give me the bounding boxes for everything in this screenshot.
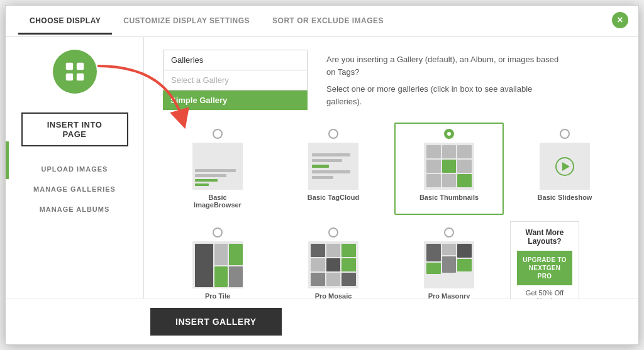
radio-protile <box>213 227 223 238</box>
tab-choose-display[interactable]: CHOOSE DISPLAY <box>18 8 112 35</box>
gallery-option-promasonry[interactable]: Pro Masonry <box>394 221 504 298</box>
thumb-tagcloud <box>308 143 358 190</box>
label-slideshow: Basic Slideshow <box>538 194 592 201</box>
modal-footer: INSERT GALLERY <box>6 298 638 344</box>
label-promosaic: Pro Mosaic <box>315 292 352 298</box>
info-line2: Select one or more galleries (click in b… <box>326 83 565 107</box>
gallery-option-imagebrowser[interactable]: BasicImageBrowser <box>163 123 272 215</box>
gallery-option-thumbnails[interactable]: Basic Thumbnails <box>394 123 504 215</box>
label-thumbnails: Basic Thumbnails <box>419 194 479 201</box>
sidebar-item-manage-galleries[interactable]: MANAGE GALLERIES <box>33 185 116 193</box>
gallery-name-input[interactable]: Select a Gallery <box>163 70 308 90</box>
gallery-selector: Galleries Select a Gallery Simple Galler… <box>163 50 308 110</box>
sidebar-logo <box>53 50 97 94</box>
close-button[interactable]: × <box>612 12 628 28</box>
modal-body: INSERT INTO PAGE UPLOAD IMAGES MANAGE GA… <box>6 37 638 298</box>
thumb-promasonry <box>424 241 474 288</box>
svg-rect-1 <box>76 63 83 70</box>
radio-thumbnails <box>444 129 454 139</box>
thumb-promosaic <box>308 241 358 288</box>
gallery-option-protile[interactable]: Pro Tile <box>163 221 272 298</box>
thumb-imagebrowser <box>192 143 243 190</box>
tab-sort-exclude[interactable]: SORT OR EXCLUDE IMAGES <box>261 8 395 35</box>
svg-rect-0 <box>65 63 72 70</box>
gallery-type-select[interactable]: Galleries <box>163 50 308 70</box>
thumb-slideshow <box>540 143 590 190</box>
radio-imagebrowser <box>213 129 223 139</box>
sidebar-nav: UPLOAD IMAGES MANAGE GALLERIES MANAGE AL… <box>6 165 143 213</box>
sidebar-item-manage-albums[interactable]: MANAGE ALBUMS <box>40 205 110 213</box>
label-tagcloud: Basic TagCloud <box>308 194 359 201</box>
info-line1: Are you inserting a Gallery (default), a… <box>326 53 565 78</box>
gallery-options-grid: BasicImageBrowser Basic TagCloud <box>163 123 619 298</box>
sidebar-item-upload[interactable]: UPLOAD IMAGES <box>42 165 108 173</box>
modal-header: CHOOSE DISPLAY CUSTOMIZE DISPLAY SETTING… <box>6 6 638 37</box>
insert-into-page-button[interactable]: INSERT INTO PAGE <box>21 112 128 146</box>
sidebar-accent <box>6 141 9 179</box>
modal: CHOOSE DISPLAY CUSTOMIZE DISPLAY SETTING… <box>5 5 639 345</box>
label-promasonry: Pro Masonry <box>428 292 470 298</box>
thumb-protile <box>192 241 243 288</box>
upgrade-discount: Get 50% Off Now! <box>517 289 572 298</box>
radio-slideshow <box>560 129 570 139</box>
gallery-option-slideshow[interactable]: Basic Slideshow <box>510 123 619 215</box>
svg-rect-2 <box>65 74 72 80</box>
sidebar: INSERT INTO PAGE UPLOAD IMAGES MANAGE GA… <box>6 37 144 298</box>
play-icon <box>555 157 574 176</box>
radio-tagcloud <box>328 129 338 139</box>
upgrade-title: Want More Layouts? <box>517 228 572 246</box>
main-content: Galleries Select a Gallery Simple Galler… <box>144 37 638 298</box>
radio-promasonry <box>444 227 454 238</box>
label-protile: Pro Tile <box>205 292 230 298</box>
thumb-thumbnails <box>424 143 474 190</box>
upgrade-button[interactable]: UPGRADE TONEXTGEN PRO <box>517 251 572 285</box>
insert-gallery-button[interactable]: INSERT GALLERY <box>150 308 282 336</box>
gallery-option-tagcloud[interactable]: Basic TagCloud <box>279 123 388 215</box>
label-imagebrowser: BasicImageBrowser <box>194 194 242 209</box>
svg-rect-3 <box>76 74 83 80</box>
radio-promosaic <box>328 227 338 238</box>
gallery-dropdown-simple[interactable]: Simple Gallery <box>163 90 308 110</box>
upgrade-box: Want More Layouts? UPGRADE TONEXTGEN PRO… <box>510 221 579 298</box>
tab-customize-display[interactable]: CUSTOMIZE DISPLAY SETTINGS <box>112 8 261 35</box>
gallery-option-promosaic[interactable]: Pro Mosaic <box>279 221 388 298</box>
